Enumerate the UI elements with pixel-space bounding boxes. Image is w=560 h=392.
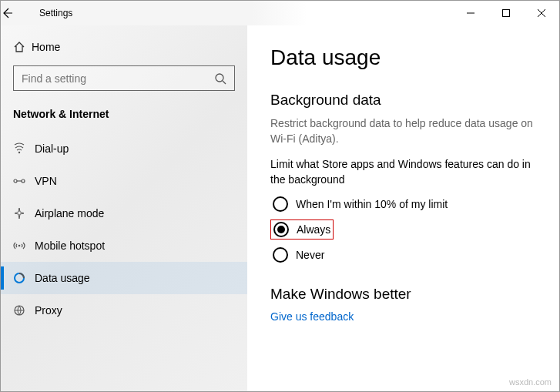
radio-icon <box>273 196 288 212</box>
sidebar-item-data-usage[interactable]: Data usage <box>1 262 247 294</box>
sidebar-item-proxy[interactable]: Proxy <box>1 294 247 327</box>
sidebar-item-label: Mobile hotspot <box>35 240 105 252</box>
maximize-button[interactable] <box>488 1 524 25</box>
radio-label: Never <box>296 249 324 261</box>
search-icon <box>214 72 226 85</box>
sidebar-item-airplane[interactable]: Airplane mode <box>1 197 247 230</box>
sidebar-item-hotspot[interactable]: Mobile hotspot <box>1 230 247 262</box>
vpn-icon <box>13 175 35 187</box>
home-link[interactable]: Home <box>1 33 247 61</box>
sidebar-item-label: Airplane mode <box>35 207 104 219</box>
sidebar: Home Network & Internet Dial-up VPN <box>1 25 247 391</box>
svg-point-4 <box>22 179 25 183</box>
sidebar-item-dialup[interactable]: Dial-up <box>1 132 247 165</box>
svg-point-5 <box>18 245 21 247</box>
make-windows-better-heading: Make Windows better <box>270 286 536 303</box>
close-button[interactable] <box>524 1 559 25</box>
dialup-icon <box>13 142 35 155</box>
search-input[interactable] <box>22 72 214 85</box>
sidebar-item-label: Dial-up <box>35 142 69 155</box>
radio-icon <box>273 247 288 263</box>
window-title: Settings <box>39 8 72 18</box>
sidebar-item-label: VPN <box>35 175 57 187</box>
sidebar-item-label: Proxy <box>35 304 62 317</box>
background-data-description: Restrict background data to help reduce … <box>270 116 536 146</box>
radio-never[interactable]: Never <box>270 246 536 264</box>
svg-point-1 <box>216 74 223 82</box>
radio-label: When I'm within 10% of my limit <box>296 198 448 210</box>
home-label: Home <box>32 41 60 53</box>
main-panel: Data usage Background data Restrict back… <box>247 25 559 391</box>
home-icon <box>13 41 32 53</box>
background-data-radio-group: When I'm within 10% of my limit Always N… <box>270 195 536 264</box>
back-arrow-icon <box>1 7 13 19</box>
data-usage-icon <box>13 272 35 284</box>
maximize-icon <box>502 9 510 17</box>
feedback-link[interactable]: Give us feedback <box>270 310 536 323</box>
sidebar-item-vpn[interactable]: VPN <box>1 165 247 197</box>
svg-point-2 <box>18 152 20 153</box>
svg-point-3 <box>14 179 17 183</box>
radio-label: Always <box>297 223 330 236</box>
hotspot-icon <box>13 240 35 252</box>
background-data-heading: Background data <box>270 92 536 109</box>
background-data-subhead: Limit what Store apps and Windows featur… <box>270 157 536 187</box>
section-header: Network & Internet <box>1 103 247 132</box>
sidebar-item-label: Data usage <box>35 272 90 284</box>
proxy-icon <box>13 304 35 317</box>
titlebar: Settings <box>1 1 559 25</box>
radio-always[interactable]: Always <box>270 219 334 240</box>
watermark: wsxdn.com <box>509 377 552 387</box>
page-title: Data usage <box>270 45 536 70</box>
radio-within-limit[interactable]: When I'm within 10% of my limit <box>270 195 536 213</box>
close-icon <box>538 9 545 17</box>
svg-rect-0 <box>503 10 510 17</box>
radio-icon-checked <box>273 222 289 237</box>
minimize-button[interactable] <box>453 1 488 25</box>
back-button[interactable] <box>1 7 35 19</box>
minimize-icon <box>467 9 474 17</box>
search-box[interactable] <box>13 65 235 91</box>
airplane-icon <box>13 207 35 219</box>
